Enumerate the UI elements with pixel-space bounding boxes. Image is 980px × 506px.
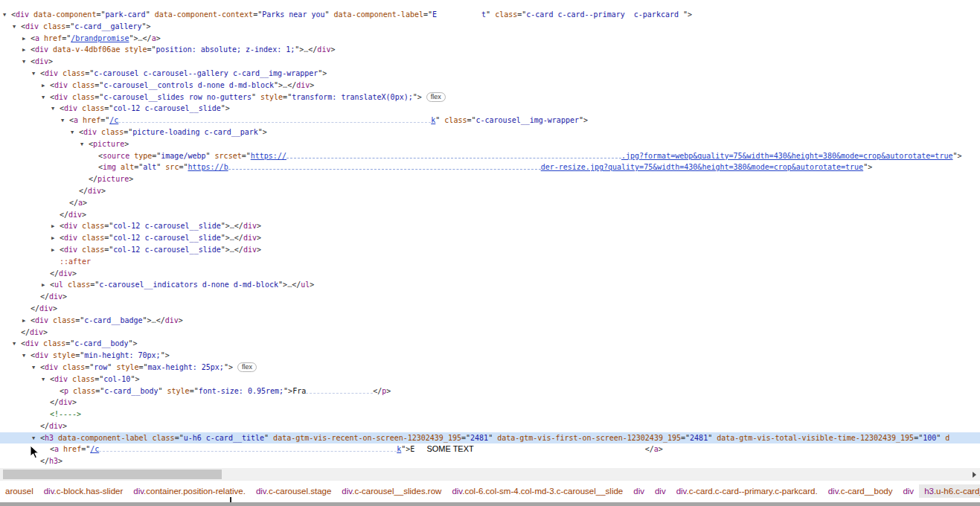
expand-arrow-icon[interactable]: ▶ <box>22 316 31 327</box>
collapse-arrow-icon[interactable]: ▼ <box>32 433 40 445</box>
syntax-punctuation: </ <box>60 211 68 219</box>
flex-badge[interactable]: flex <box>426 92 446 102</box>
syntax-punctuation: =" <box>104 246 113 254</box>
expand-arrow-icon[interactable]: ▶ <box>22 33 31 45</box>
dom-tree-row-selected[interactable]: ▼<h3 data-component-label class="u-h6 c-… <box>0 432 980 444</box>
redacted-blank <box>437 16 481 17</box>
collapse-arrow-icon[interactable]: ▼ <box>22 57 31 68</box>
dom-tree-row[interactable]: ▶<a href="/brandpromise">…</a> <box>0 33 980 45</box>
attribute-link[interactable]: /c <box>109 116 118 124</box>
dom-tree-row[interactable]: </div> <box>0 268 980 280</box>
breadcrumb-classes: .container.position-relative. <box>144 487 246 496</box>
dom-tree-row[interactable]: ▼<div class="col-10"> <box>0 374 980 385</box>
expand-arrow-icon[interactable]: ▶ <box>42 80 50 92</box>
dom-tree-row[interactable]: <a href="/ck">ESOME TEXT</a> <box>0 443 980 455</box>
attribute-link[interactable]: .jpg?format=webp&quality=75&width=430&he… <box>621 152 953 160</box>
dom-tree-row[interactable]: ▶<div class="col-12 c-carousel__slide">…… <box>0 232 980 244</box>
dom-tree-row[interactable]: ▼<div class="c-carousel c-carousel--gall… <box>0 68 980 80</box>
breadcrumb-item-selected[interactable]: h3.u-h6.c-card__title <box>919 484 980 498</box>
syntax-punctuation: > <box>257 246 261 254</box>
dom-tree-row[interactable]: </div> <box>0 327 980 339</box>
syntax-punctuation: > <box>310 81 314 89</box>
dom-tree-row[interactable]: </div> <box>0 185 980 197</box>
dom-tree-row[interactable]: ▶<div class="c-carousel__controls d-none… <box>0 80 980 92</box>
syntax-punctuation: > <box>659 445 663 453</box>
breadcrumb-item[interactable]: arousel <box>0 484 39 498</box>
collapse-arrow-icon[interactable]: ▼ <box>80 139 89 151</box>
breadcrumb-item[interactable]: div.c-card.c-card--primary.c-parkcard. <box>671 484 823 498</box>
collapse-arrow-icon[interactable]: ▼ <box>13 22 21 33</box>
dom-tree-row[interactable]: ▶<div class="col-12 c-carousel__slide">…… <box>0 244 980 256</box>
dom-tree-row[interactable]: </a> <box>0 197 980 209</box>
dom-tree-row[interactable]: </div> <box>0 291 980 303</box>
dom-tree-row[interactable]: ▼<a href="/ck" class="c-carousel__img-wr… <box>0 115 980 126</box>
dom-tree[interactable]: ▼<div data-component="park-card" data-co… <box>0 0 980 468</box>
tag-name: div <box>30 328 43 336</box>
attribute-link[interactable]: /brandpromise <box>71 34 129 42</box>
expand-arrow-icon[interactable]: ▶ <box>42 280 50 292</box>
dom-tree-row[interactable]: <!----> <box>0 409 980 420</box>
breadcrumb-item[interactable]: div <box>628 484 650 498</box>
collapse-arrow-icon[interactable]: ▼ <box>13 339 21 350</box>
attribute-name: href <box>59 445 81 453</box>
collapse-arrow-icon[interactable]: ▼ <box>42 92 50 104</box>
dom-tree-row[interactable]: </div> <box>0 209 980 221</box>
dom-tree-row[interactable]: </div> <box>0 420 980 432</box>
dom-tree-row[interactable]: ▼<div data-component="park-card" data-co… <box>0 9 980 21</box>
dom-tree-row[interactable]: </div> <box>0 397 980 409</box>
expand-arrow-icon[interactable]: ▶ <box>51 221 60 233</box>
dom-tree-row[interactable]: </div> <box>0 303 980 315</box>
dom-tree-row[interactable]: ▼<div> <box>0 56 980 68</box>
syntax-punctuation: > <box>124 140 129 148</box>
dom-tree-row[interactable]: ▼<div class="c-card__gallery"> <box>0 21 980 33</box>
expand-arrow-icon[interactable]: ▶ <box>22 45 31 57</box>
dom-tree-row[interactable]: ::after <box>0 256 980 268</box>
collapse-arrow-icon[interactable]: ▼ <box>71 127 79 139</box>
dom-tree-row[interactable]: ▼<div class="c-card__body"> <box>0 338 980 350</box>
scrollbar-thumb[interactable] <box>3 470 222 479</box>
dom-tree-row[interactable]: ▼<div class="picture-loading c-card__par… <box>0 126 980 138</box>
collapse-arrow-icon[interactable]: ▼ <box>32 68 40 80</box>
dom-tree-row[interactable]: ▼<div class="col-12 c-carousel__slide"> <box>0 103 980 115</box>
collapse-arrow-icon[interactable]: ▼ <box>61 115 69 127</box>
collapse-arrow-icon[interactable]: ▼ <box>42 374 50 386</box>
dom-tree-row[interactable]: ▼<div style="min-height: 70px;"> <box>0 350 980 362</box>
breadcrumb-item[interactable]: div.c-carousel__slides.row <box>336 484 446 498</box>
syntax-punctuation: </ <box>89 175 97 183</box>
attribute-link[interactable]: der-resize.jpg?quality=75&width=430&heig… <box>541 163 863 171</box>
dom-tree-row[interactable]: ▶<div class="c-card__badge">…</div> <box>0 315 980 327</box>
attribute-link[interactable]: https:// <box>251 152 286 160</box>
collapse-arrow-icon[interactable]: ▼ <box>51 103 60 115</box>
dom-tree-row[interactable]: ▶<ul class="c-carousel__indicators d-non… <box>0 279 980 291</box>
breadcrumb-item[interactable]: div.c-card__body <box>823 484 898 498</box>
attribute-link[interactable]: https://b <box>188 163 228 171</box>
attribute-name: style <box>256 93 283 101</box>
dom-tree-row[interactable]: <img alt="alt" src="https://bder-resize.… <box>0 161 980 173</box>
dom-tree-row[interactable]: ▶<div data-v-4dbf06ae style="position: a… <box>0 44 980 56</box>
collapse-arrow-icon[interactable]: ▼ <box>3 10 11 22</box>
breadcrumb-item[interactable]: div.col-6.col-sm-4.col-md-3.c-carousel__… <box>446 484 628 498</box>
dom-tree-row[interactable]: ▼<picture> <box>0 138 980 150</box>
dom-tree-row[interactable]: <source type="image/webp" srcset="https:… <box>0 150 980 162</box>
breadcrumb-item[interactable]: div.c-block.has-slider <box>39 484 129 498</box>
dom-tree-row[interactable]: ▶<div class="col-12 c-carousel__slide">…… <box>0 220 980 232</box>
breadcrumb-item[interactable]: div <box>897 484 919 498</box>
flex-badge[interactable]: flex <box>237 362 257 372</box>
tag-name: div <box>16 10 29 19</box>
collapse-arrow-icon[interactable]: ▼ <box>22 350 31 362</box>
dom-tree-row[interactable]: </h3> <box>0 455 980 467</box>
breadcrumb-item[interactable]: div.c-carousel.stage <box>251 484 336 498</box>
expand-arrow-icon[interactable]: ▶ <box>51 233 60 245</box>
breadcrumb-item[interactable]: div.container.position-relative. <box>128 484 251 498</box>
scrollbar-right-arrow-icon[interactable] <box>973 472 976 478</box>
collapse-arrow-icon[interactable]: ▼ <box>32 362 40 374</box>
dom-tree-row[interactable]: <p class="c-card__body" style="font-size… <box>0 385 980 397</box>
breadcrumb-item[interactable]: div <box>650 484 671 498</box>
attribute-link[interactable]: /c <box>90 445 99 453</box>
dom-tree-row[interactable]: </picture> <box>0 173 980 185</box>
dom-tree-row[interactable]: ▼<div class="row" style="max-height: 25p… <box>0 362 980 374</box>
horizontal-scrollbar[interactable] <box>0 468 980 481</box>
expand-arrow-icon[interactable]: ▶ <box>51 245 60 257</box>
dom-tree-row[interactable]: ▼<div class="c-carousel__slides row no-g… <box>0 92 980 103</box>
tag-name: div <box>45 363 58 371</box>
